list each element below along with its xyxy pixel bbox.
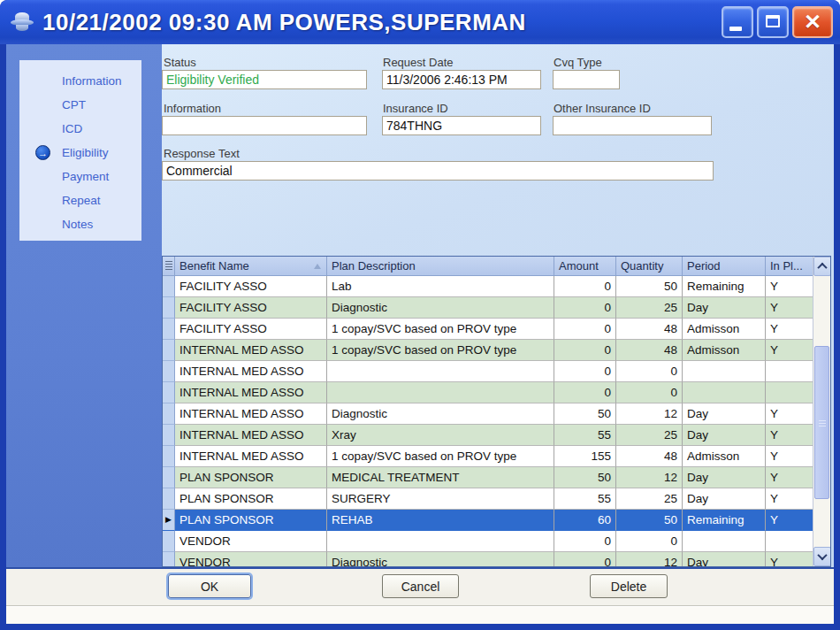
cell-quantity[interactable]: 48: [616, 340, 683, 361]
cell-in-plan[interactable]: Y: [766, 510, 814, 531]
cell-plan-description[interactable]: 1 copay/SVC based on PROV type: [327, 340, 554, 361]
column-header-plan-description[interactable]: Plan Description: [327, 257, 554, 276]
cell-benefit-name[interactable]: INTERNAL MED ASSO: [175, 403, 327, 425]
information-field[interactable]: [162, 116, 367, 135]
cell-quantity[interactable]: 0: [616, 382, 683, 403]
scroll-up-button[interactable]: [813, 257, 831, 276]
column-header-amount[interactable]: Amount: [554, 257, 616, 276]
cell-period[interactable]: [683, 361, 766, 382]
cell-amount[interactable]: 55: [554, 425, 616, 446]
cvq-type-field[interactable]: [553, 70, 620, 89]
cell-plan-description[interactable]: Diagnostic: [327, 403, 554, 425]
row-selector-cell[interactable]: ▶: [163, 382, 175, 403]
row-selector-cell[interactable]: ▶: [163, 425, 175, 446]
row-selector-cell[interactable]: ▶: [163, 552, 175, 567]
cell-benefit-name[interactable]: VENDOR: [175, 531, 327, 552]
status-field[interactable]: [162, 70, 367, 89]
table-row[interactable]: ▶ INTERNAL MED ASSO 1 copay/SVC based on…: [163, 446, 830, 467]
cell-period[interactable]: Day: [683, 425, 766, 446]
scroll-down-button[interactable]: [813, 547, 831, 566]
cell-benefit-name[interactable]: FACILITY ASSO: [175, 319, 327, 340]
title-bar[interactable]: 10/21/2002 09:30 AM POWERS,SUPERMAN ✕: [0, 0, 840, 44]
cell-quantity[interactable]: 12: [616, 403, 683, 425]
table-row[interactable]: ▶ INTERNAL MED ASSO 0 0: [163, 361, 830, 382]
cell-quantity[interactable]: 0: [616, 531, 683, 552]
cell-benefit-name[interactable]: PLAN SPONSOR: [175, 467, 327, 488]
cell-benefit-name[interactable]: INTERNAL MED ASSO: [175, 446, 327, 467]
cell-amount[interactable]: 0: [554, 531, 616, 552]
cell-quantity[interactable]: 50: [616, 276, 683, 297]
cell-amount[interactable]: 50: [554, 403, 616, 425]
cell-period[interactable]: Day: [683, 552, 766, 567]
cell-period[interactable]: Remaining: [683, 276, 766, 297]
cell-quantity[interactable]: 12: [616, 552, 683, 567]
cell-benefit-name[interactable]: INTERNAL MED ASSO: [175, 340, 327, 361]
table-row[interactable]: ▶ VENDOR Diagnostic 0 12 Day Y: [163, 552, 830, 567]
sidebar-item-repeat[interactable]: Repeat: [19, 188, 141, 212]
cell-plan-description[interactable]: [327, 382, 554, 403]
table-row[interactable]: ▶ PLAN SPONSOR REHAB 60 50 Remaining Y: [163, 510, 830, 531]
cell-in-plan[interactable]: Y: [766, 425, 814, 446]
cell-plan-description[interactable]: [327, 361, 554, 382]
table-row[interactable]: ▶ INTERNAL MED ASSO Xray 55 25 Day Y: [163, 425, 830, 446]
cell-period[interactable]: [683, 382, 766, 403]
cell-plan-description[interactable]: MEDICAL TREATMENT: [327, 467, 554, 488]
ok-button[interactable]: OK: [168, 574, 251, 598]
maximize-button[interactable]: [757, 6, 789, 38]
cell-plan-description[interactable]: SURGERY: [327, 488, 554, 510]
cell-period[interactable]: Admisson: [683, 319, 766, 340]
table-row[interactable]: ▶ INTERNAL MED ASSO 1 copay/SVC based on…: [163, 340, 830, 361]
cell-plan-description[interactable]: Xray: [327, 425, 554, 446]
cell-period[interactable]: Day: [683, 467, 766, 488]
sidebar-item-cpt[interactable]: CPT: [19, 93, 141, 117]
cell-period[interactable]: Day: [683, 488, 766, 510]
cell-amount[interactable]: 55: [554, 488, 616, 510]
cell-plan-description[interactable]: Diagnostic: [327, 297, 554, 319]
sidebar-item-information[interactable]: Information: [19, 69, 141, 93]
row-selector-cell[interactable]: ▶: [163, 319, 175, 340]
column-header-benefit-name[interactable]: Benefit Name: [175, 257, 327, 276]
cell-amount[interactable]: 0: [554, 552, 616, 567]
sidebar-item-icd[interactable]: ICD: [19, 117, 141, 141]
cell-in-plan[interactable]: Y: [766, 467, 814, 488]
cell-benefit-name[interactable]: PLAN SPONSOR: [175, 510, 327, 531]
cell-benefit-name[interactable]: VENDOR: [175, 552, 327, 567]
sidebar-item-notes[interactable]: Notes: [19, 212, 141, 236]
vertical-scrollbar[interactable]: [813, 257, 830, 566]
column-header-in-plan[interactable]: In Pl...: [766, 257, 814, 276]
cell-in-plan[interactable]: [766, 382, 814, 403]
cell-amount[interactable]: 50: [554, 467, 616, 488]
cell-period[interactable]: Day: [683, 403, 766, 425]
cell-period[interactable]: Day: [683, 297, 766, 319]
cell-period[interactable]: Admisson: [683, 340, 766, 361]
row-selector-cell[interactable]: ▶: [163, 403, 175, 425]
cell-benefit-name[interactable]: INTERNAL MED ASSO: [175, 425, 327, 446]
response-text-field[interactable]: [162, 161, 714, 181]
cell-in-plan[interactable]: Y: [766, 552, 814, 567]
cell-plan-description[interactable]: 1 copay/SVC based on PROV type: [327, 446, 554, 467]
cell-plan-description[interactable]: 1 copay/SVC based on PROV type: [327, 319, 554, 340]
row-selector-cell[interactable]: ▶: [163, 361, 175, 382]
sidebar-item-payment[interactable]: Payment: [19, 165, 141, 188]
cell-quantity[interactable]: 25: [616, 488, 683, 510]
cell-quantity[interactable]: 0: [616, 361, 683, 382]
cell-quantity[interactable]: 48: [616, 446, 683, 467]
cell-period[interactable]: [683, 531, 766, 552]
sidebar-item-eligibility[interactable]: → Eligibility: [19, 141, 141, 165]
cell-quantity[interactable]: 48: [616, 319, 683, 340]
cell-benefit-name[interactable]: INTERNAL MED ASSO: [175, 361, 327, 382]
row-selector-cell[interactable]: ▶: [163, 340, 175, 361]
column-header-quantity[interactable]: Quantity: [616, 257, 683, 276]
row-selector-cell[interactable]: ▶: [163, 488, 175, 510]
cell-amount[interactable]: 0: [554, 297, 616, 319]
cell-amount[interactable]: 0: [554, 340, 616, 361]
cell-plan-description[interactable]: Lab: [327, 276, 554, 297]
cell-amount[interactable]: 60: [554, 510, 616, 531]
table-row[interactable]: ▶ FACILITY ASSO Lab 0 50 Remaining Y: [163, 276, 830, 297]
column-header-period[interactable]: Period: [683, 257, 766, 276]
minimize-button[interactable]: [722, 6, 753, 38]
cancel-button[interactable]: Cancel: [382, 574, 459, 598]
row-selector-cell[interactable]: ▶: [163, 531, 175, 552]
table-row[interactable]: ▶ FACILITY ASSO 1 copay/SVC based on PRO…: [163, 319, 830, 340]
row-selector-cell[interactable]: ▶: [163, 510, 175, 531]
